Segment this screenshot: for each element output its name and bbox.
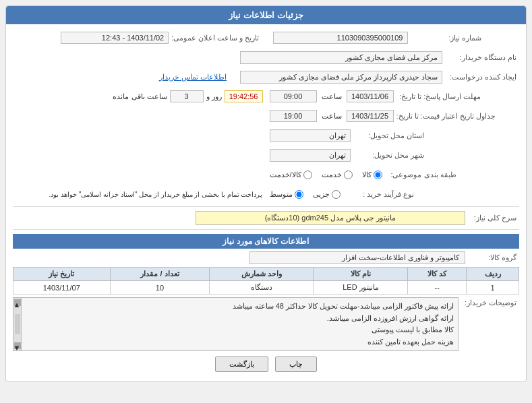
jadval-label: جداول تاریخ اعتبار قیمت: تا تاریخ: <box>396 112 498 121</box>
print-button[interactable]: چاپ <box>275 356 317 372</box>
tabaghe-option-kala[interactable]: کالا <box>362 170 382 179</box>
table-row: 1--مانیتور LEDدستگاه101403/11/07 <box>13 281 519 294</box>
col-kod: کد کالا <box>408 268 467 281</box>
mohlat-time: 09:00 <box>270 90 317 102</box>
saat-label: ساعت <box>322 92 342 101</box>
notes-content: ارائه پیش فاکتور الزامی میباشد-مهلت تحوی… <box>24 301 454 348</box>
tarikh-label: تاریخ و ساعت اعلان عمومی: <box>171 34 259 42</box>
group-label: گروه کالا: <box>465 253 519 262</box>
mohlat-label: مهلت ارسال پاسخ: تا تاریخ: <box>396 92 484 101</box>
note-line: ارائه گواهی ارزش افروزده الزامی میباشد. <box>24 313 454 325</box>
col-radif: ردیف <box>467 268 519 281</box>
roz-value: 3 <box>170 90 204 102</box>
ostan-label: استان محل تحویل: <box>353 131 427 140</box>
col-name: نام کالا <box>314 268 408 281</box>
sarj-label: سرح کلی نیاز: <box>465 214 519 222</box>
tabaghe-label: طبقه بندی موضوعی: <box>385 170 459 179</box>
scroll-down-btn[interactable]: ▼ <box>14 342 21 349</box>
shahr-value: تهران <box>270 149 351 162</box>
mohlat-date: 1403/11/06 <box>347 90 394 102</box>
col-tedad: تعداد / مقدار <box>110 268 210 281</box>
col-vahed: واحد شمارش <box>210 268 314 281</box>
nam-dastgah-value: مرکز ملی فضای مجازی کشور <box>240 51 442 64</box>
shomare-niaz-value: 1103090395000109 <box>273 32 408 44</box>
cell-tedad: 10 <box>110 281 210 294</box>
tarikh-value: 1403/11/02 - 12:43 <box>61 32 169 44</box>
contact-info-link[interactable]: اطلاعات تماس خریدار <box>159 73 227 82</box>
note-line: کالا مطابق با لیست پیوستی <box>24 324 454 336</box>
note-line: هزینه حمل بعهده تامین کننده <box>24 336 454 348</box>
countdown-box: 19:42:56 <box>225 90 263 102</box>
back-button[interactable]: بازگشت <box>215 356 268 372</box>
scroll-track <box>15 314 20 334</box>
tabaghe-option-kala-khedmat[interactable]: کالا/خدمت <box>270 170 312 179</box>
col-tarikh: تاریخ نیاز <box>13 268 111 281</box>
cell-kod: -- <box>408 281 467 294</box>
ijad-value: سجاد حیدری کارپرداز مرکز ملی فضای مجازی … <box>240 71 442 84</box>
noe-radio-group: جزیی متوسط <box>270 190 341 199</box>
farayand-note: پرداخت تمام با بخشی از مبلغ خریدار از مح… <box>49 191 263 198</box>
jadval-time: 19:00 <box>270 110 317 122</box>
buttons-row: چاپ بازگشت <box>13 356 519 376</box>
group-value: کامپیوتر و فناوری اطلاعات-سخت افزار <box>249 251 465 264</box>
noe-option-jozi[interactable]: جزیی <box>313 190 341 199</box>
cell-tarikh: 1403/11/07 <box>13 281 111 294</box>
roz-label: روز و <box>206 92 222 101</box>
scroll-up-btn[interactable]: ▲ <box>14 299 21 306</box>
goods-section-title: اطلاعات کالاهای مورد نیاز <box>13 234 519 249</box>
notes-label: توضیحات خریدار: <box>459 297 519 307</box>
noe-option-motavasset[interactable]: متوسط <box>270 190 303 199</box>
cell-vahed: دستگاه <box>210 281 314 294</box>
shomare-niaz-label: شماره نیاز: <box>411 34 485 42</box>
goods-table: ردیف کد کالا نام کالا واحد شمارش تعداد /… <box>13 267 519 294</box>
cell-name: مانیتور LED <box>314 281 408 294</box>
ostan-value: تهران <box>270 129 351 142</box>
nam-dastgah-label: نام دستگاه خریدار: <box>445 53 519 62</box>
page-title: جزئیات اطلاعات نیاز <box>229 10 303 20</box>
shahr-label: شهر محل تحویل: <box>353 151 427 160</box>
jadval-saat-label: ساعت <box>322 112 342 121</box>
notes-scrollbar[interactable]: ▲ ▼ <box>13 298 22 350</box>
page-header: جزئیات اطلاعات نیاز <box>6 6 526 24</box>
ijad-label: ایجاد کننده درخواست: <box>445 73 519 82</box>
sarj-value: مانیتور جی پلاس مدل gdm245 (10دستگاه) <box>196 211 465 225</box>
tabaghe-option-khedmat[interactable]: خدمت <box>322 170 353 179</box>
noe-label: نوع فرآیند خرید : <box>343 190 417 199</box>
baghimande-label: ساعت باقی مانده <box>113 92 167 101</box>
tabaghe-radio-group: کالا خدمت کالا/خدمت <box>270 170 382 179</box>
note-line: ارائه پیش فاکتور الزامی میباشد-مهلت تحوی… <box>24 301 454 313</box>
notes-box: ▲ ▼ ارائه پیش فاکتور الزامی میباشد-مهلت … <box>13 297 459 351</box>
jadval-date: 1403/11/25 <box>347 110 394 122</box>
cell-radif: 1 <box>467 281 519 294</box>
